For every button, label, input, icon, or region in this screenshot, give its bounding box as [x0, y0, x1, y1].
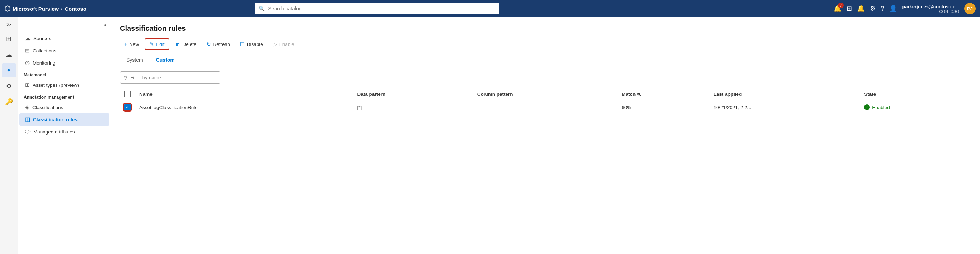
- filter-input[interactable]: [130, 75, 216, 80]
- collections-icon: ⊟: [25, 48, 30, 54]
- brand-name: Microsoft Purview: [13, 6, 59, 12]
- sidebar-item-collections[interactable]: ⊟ Collections: [19, 44, 110, 57]
- sidebar-toggle[interactable]: ≫: [2, 20, 16, 29]
- sidebar-item-classifications[interactable]: ◈ Classifications: [19, 101, 110, 113]
- sidebar-item-sources-label: Sources: [33, 36, 51, 41]
- sidebar-icon-home[interactable]: ⊞: [2, 32, 16, 46]
- sidebar-collapse-bar: «: [18, 20, 111, 32]
- select-all-checkbox[interactable]: [124, 91, 130, 97]
- brand: ⬡ Microsoft Purview › Contoso: [4, 4, 86, 13]
- tab-system[interactable]: System: [120, 54, 150, 67]
- section-label-metamodel: Metamodel: [18, 69, 111, 79]
- sidebar-item-monitoring-label: Monitoring: [33, 60, 55, 66]
- table-header-row: Name Data pattern Column pattern Match %…: [120, 88, 971, 100]
- col-header-last-applied: Last applied: [709, 88, 860, 100]
- sidebar-item-monitoring[interactable]: ◎ Monitoring: [19, 57, 110, 69]
- user-info[interactable]: parkerjones@contoso.c... CONTOSO: [902, 4, 959, 14]
- table-header-checkbox: [120, 88, 135, 100]
- sidebar-item-classification-rules-label: Classification rules: [33, 117, 78, 122]
- sidebar-item-asset-types[interactable]: ⊞ Asset types (preview): [19, 79, 110, 91]
- enable-button[interactable]: ▷ Enable: [269, 39, 299, 49]
- sidebar-item-asset-types-label: Asset types (preview): [33, 83, 79, 88]
- col-header-match-percent: Match %: [617, 88, 709, 100]
- row-checkbox[interactable]: ✓: [124, 104, 130, 111]
- row-checkbox-cell: ✓: [120, 100, 135, 114]
- username: parkerjones@contoso.c...: [902, 4, 959, 10]
- sidebar-icon-settings[interactable]: ⚙: [2, 79, 16, 93]
- new-icon: +: [124, 41, 127, 47]
- brand-logo: ⬡: [4, 4, 10, 13]
- bell-icon[interactable]: 🔔: [857, 5, 865, 13]
- filter-input-wrap: ▽: [120, 71, 220, 84]
- col-header-name: Name: [135, 88, 353, 100]
- new-button[interactable]: + New: [120, 39, 143, 49]
- sidebar-item-managed-attributes-label: Managed attributes: [33, 129, 75, 135]
- content-area: Classification rules + New ✎ Edit 🗑 Dele…: [111, 17, 980, 254]
- search-icon: 🔍: [259, 6, 265, 11]
- sidebar-icon-cloud[interactable]: ☁: [2, 48, 16, 62]
- row-column-pattern: [473, 100, 617, 114]
- company-name: CONTOSO: [939, 10, 959, 14]
- tab-custom[interactable]: Custom: [150, 54, 181, 67]
- brand-chevron: ›: [61, 6, 62, 11]
- person-icon[interactable]: 👤: [889, 5, 897, 13]
- apps-icon[interactable]: ⊞: [846, 5, 852, 13]
- section-label-annotation: Annotation management: [18, 91, 111, 101]
- row-name: AssetTagClassificationRule: [135, 100, 353, 114]
- new-label: New: [129, 41, 139, 47]
- refresh-icon: ↻: [207, 41, 211, 47]
- sources-icon: ☁: [25, 35, 30, 41]
- icon-sidebar: ≫ ⊞ ☁ ✦ ⚙ 🔑: [0, 17, 18, 254]
- sidebar-item-sources[interactable]: ☁ Sources: [19, 32, 110, 44]
- row-state: ✓ Enabled: [860, 100, 971, 114]
- col-header-data-pattern: Data pattern: [353, 88, 473, 100]
- main-layout: ≫ ⊞ ☁ ✦ ⚙ 🔑 « ☁ Sources ⊟ Collections ◎ …: [0, 17, 980, 254]
- check-icon: ✓: [126, 105, 129, 110]
- edit-label: Edit: [156, 41, 164, 47]
- sidebar-item-managed-attributes[interactable]: ⧂ Managed attributes: [19, 125, 110, 138]
- avatar[interactable]: PJ: [964, 3, 976, 14]
- nav-actions: 🔔 7 ⊞ 🔔 ⚙ ? 👤 parkerjones@contoso.c... C…: [834, 3, 976, 14]
- classifications-icon: ◈: [25, 104, 29, 111]
- search-bar: 🔍: [255, 3, 499, 14]
- sidebar-icon-keys[interactable]: 🔑: [2, 95, 16, 109]
- brand-tenant: Contoso: [65, 6, 86, 12]
- tabs: System Custom: [120, 54, 971, 67]
- status-dot: ✓: [864, 105, 870, 110]
- enable-icon: ▷: [273, 41, 277, 47]
- col-header-column-pattern: Column pattern: [473, 88, 617, 100]
- delete-label: Delete: [182, 41, 196, 47]
- edit-button[interactable]: ✎ Edit: [145, 38, 169, 50]
- row-last-applied: 10/21/2021, 2:2...: [709, 100, 860, 114]
- sidebar-item-classification-rules[interactable]: ◫ Classification rules: [19, 113, 110, 125]
- collapse-icon[interactable]: «: [102, 20, 108, 29]
- edit-icon: ✎: [150, 41, 154, 47]
- filter-bar: ▽: [120, 71, 971, 84]
- classification-rules-icon: ◫: [25, 116, 30, 123]
- filter-icon: ▽: [124, 75, 127, 80]
- table-row: ✓ AssetTagClassificationRule [*] 60% 10/…: [120, 100, 971, 114]
- top-nav: ⬡ Microsoft Purview › Contoso 🔍 🔔 7 ⊞ 🔔 …: [0, 0, 980, 17]
- settings-icon[interactable]: ⚙: [870, 5, 876, 13]
- refresh-label: Refresh: [213, 41, 230, 47]
- status-enabled: ✓ Enabled: [864, 105, 967, 110]
- toolbar: + New ✎ Edit 🗑 Delete ↻ Refresh ☐ Disabl…: [120, 38, 971, 50]
- notifications-icon[interactable]: 🔔 7: [834, 5, 842, 13]
- sidebar-item-classifications-label: Classifications: [32, 105, 63, 110]
- help-icon[interactable]: ?: [881, 5, 884, 13]
- page-title: Classification rules: [120, 24, 971, 33]
- notification-badge: 7: [838, 3, 844, 8]
- data-table: Name Data pattern Column pattern Match %…: [120, 88, 971, 114]
- disable-label: Disable: [247, 41, 263, 47]
- enable-label: Enable: [279, 41, 294, 47]
- refresh-button[interactable]: ↻ Refresh: [202, 39, 234, 49]
- delete-button[interactable]: 🗑 Delete: [171, 39, 200, 49]
- row-data-pattern: [*]: [353, 100, 473, 114]
- search-input[interactable]: [255, 3, 499, 14]
- delete-icon: 🗑: [175, 41, 180, 47]
- sidebar-item-collections-label: Collections: [33, 48, 56, 54]
- managed-attributes-icon: ⧂: [25, 129, 30, 135]
- sidebar-icon-insights[interactable]: ✦: [2, 63, 16, 78]
- disable-icon: ☐: [240, 41, 245, 47]
- disable-button[interactable]: ☐ Disable: [236, 39, 267, 49]
